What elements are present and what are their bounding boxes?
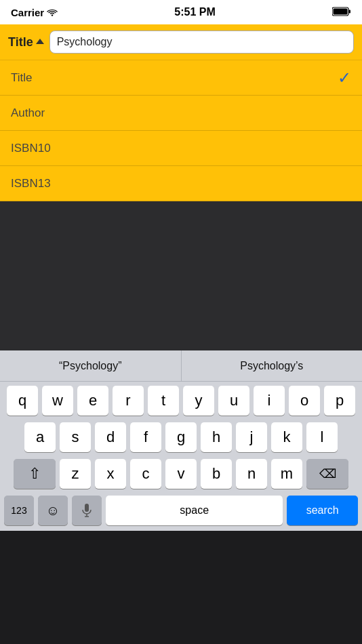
- keyboard-row-2: a s d f g h j k l: [2, 422, 360, 452]
- search-input[interactable]: [49, 31, 354, 54]
- filter-row-title[interactable]: Title ✓: [0, 60, 362, 96]
- filter-title-label: Title: [11, 71, 33, 85]
- key-space[interactable]: space: [106, 496, 283, 525]
- filter-area: Title ✓ Author ISBN10 ISBN13: [0, 60, 362, 201]
- key-r[interactable]: r: [113, 386, 144, 416]
- svg-rect-4: [85, 504, 89, 512]
- key-m[interactable]: m: [271, 459, 302, 489]
- filter-row-isbn13[interactable]: ISBN13: [0, 166, 362, 201]
- chevron-up-icon: [36, 39, 44, 44]
- key-d[interactable]: d: [95, 422, 126, 452]
- filter-row-isbn10[interactable]: ISBN10: [0, 131, 362, 166]
- filter-isbn10-label: ISBN10: [11, 142, 51, 155]
- key-v[interactable]: v: [165, 459, 197, 489]
- status-bar: Carrier 5:51 PM: [0, 0, 362, 24]
- key-i[interactable]: i: [254, 386, 285, 416]
- key-emoji[interactable]: ☺: [38, 496, 68, 525]
- carrier-label: Carrier: [11, 7, 58, 18]
- key-c[interactable]: c: [130, 459, 161, 489]
- autocomplete-bar: “Psychology” Psychology’s: [0, 350, 362, 382]
- keyboard-row-1: q w e r t y u i o p: [2, 386, 360, 416]
- key-p[interactable]: p: [324, 386, 355, 416]
- svg-rect-3: [348, 9, 350, 13]
- key-search[interactable]: search: [287, 496, 358, 525]
- key-a[interactable]: a: [24, 422, 56, 452]
- header-bar: Title: [0, 24, 362, 60]
- key-g[interactable]: g: [165, 422, 197, 452]
- filter-author-label: Author: [11, 106, 45, 120]
- key-t[interactable]: t: [148, 386, 179, 416]
- battery-indicator: [332, 7, 351, 16]
- keyboard-bottom-row: 123 ☺ space search: [2, 496, 360, 531]
- svg-rect-2: [333, 8, 347, 14]
- status-time: 5:51 PM: [174, 6, 215, 18]
- key-y[interactable]: y: [183, 386, 214, 416]
- svg-point-0: [52, 14, 53, 16]
- key-delete[interactable]: ⌫: [306, 459, 348, 489]
- key-k[interactable]: k: [271, 422, 302, 452]
- key-shift[interactable]: ⇧: [14, 459, 56, 489]
- key-x[interactable]: x: [95, 459, 126, 489]
- key-mic[interactable]: [72, 496, 102, 525]
- key-numbers[interactable]: 123: [4, 496, 34, 525]
- key-q[interactable]: q: [7, 386, 38, 416]
- keyboard: q w e r t y u i o p a s d f g h j k l ⇧ …: [0, 382, 362, 531]
- key-o[interactable]: o: [289, 386, 320, 416]
- key-s[interactable]: s: [60, 422, 91, 452]
- battery-icon: [332, 7, 351, 18]
- key-u[interactable]: u: [218, 386, 249, 416]
- key-z[interactable]: z: [60, 459, 91, 489]
- key-b[interactable]: b: [201, 459, 232, 489]
- microphone-icon: [81, 504, 92, 517]
- key-f[interactable]: f: [130, 422, 161, 452]
- title-checkmark-icon: ✓: [338, 68, 351, 87]
- key-l[interactable]: l: [306, 422, 338, 452]
- key-n[interactable]: n: [236, 459, 267, 489]
- key-w[interactable]: w: [42, 386, 73, 416]
- key-h[interactable]: h: [201, 422, 232, 452]
- autocomplete-item-2[interactable]: Psychology’s: [182, 350, 363, 381]
- autocomplete-item-1[interactable]: “Psychology”: [0, 350, 182, 381]
- key-j[interactable]: j: [236, 422, 267, 452]
- title-dropdown-button[interactable]: Title: [8, 35, 44, 49]
- content-area: [0, 201, 362, 350]
- wifi-icon: [47, 8, 58, 16]
- filter-row-author[interactable]: Author: [0, 96, 362, 131]
- key-e[interactable]: e: [77, 386, 108, 416]
- header-title: Title: [8, 35, 33, 49]
- keyboard-row-3: ⇧ z x c v b n m ⌫: [2, 459, 360, 489]
- filter-isbn13-label: ISBN13: [11, 177, 51, 190]
